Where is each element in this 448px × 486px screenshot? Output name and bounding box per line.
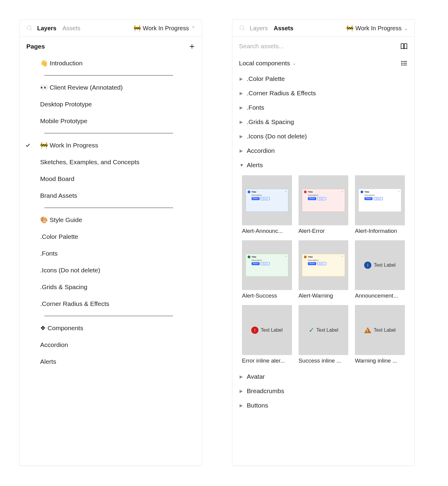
list-view-toggle-icon[interactable] xyxy=(401,60,408,67)
svg-point-11 xyxy=(402,65,402,65)
page-item[interactable]: .Icons (Do not delete) xyxy=(28,262,193,279)
caret-right-icon: ▶ xyxy=(240,105,244,110)
page-item[interactable]: 🎨 Style Guide xyxy=(28,212,193,228)
assets-panel: Layers Assets 🚧 Work In Progress ⌄ Local… xyxy=(232,19,415,466)
component-folder[interactable]: ▼Alerts xyxy=(235,158,411,172)
component-folder[interactable]: ▶.Fonts xyxy=(235,100,411,115)
component-folder[interactable]: ▶Accordion xyxy=(235,144,411,158)
page-item[interactable]: Alerts xyxy=(28,353,193,370)
page-label: Desktop Prototype xyxy=(34,101,92,108)
thumbnail-preview: iText Label xyxy=(355,240,405,290)
caret-right-icon: ▶ xyxy=(240,91,244,96)
page-label: Mobile Prototype xyxy=(34,117,87,125)
component-folder[interactable]: ▶.Grids & Spacing xyxy=(235,115,411,129)
page-divider xyxy=(44,316,173,316)
component-thumbnail[interactable]: iText LabelAnnouncement... xyxy=(355,240,405,299)
component-thumbnail[interactable]: !Text LabelError inline aler... xyxy=(242,305,292,364)
chevron-down-icon: ⌄ xyxy=(404,25,408,31)
pages-section-header: Pages xyxy=(20,37,202,53)
component-folders: ▶.Color Palette▶.Corner Radius & Effects… xyxy=(232,70,414,414)
thumbnail-preview: !Text Label xyxy=(242,305,292,355)
component-thumbnails: TitleDescriptionButtonButton×Alert-Annou… xyxy=(235,172,411,369)
thumbnail-label: Alert-Information xyxy=(355,228,405,234)
thumbnail-preview: TitleDescriptionButtonButton× xyxy=(355,175,405,225)
component-thumbnail[interactable]: TitleDescriptionButtonButton×Alert-Succe… xyxy=(242,240,292,299)
svg-point-10 xyxy=(402,63,402,64)
page-item[interactable]: Sketches, Examples, and Concepts xyxy=(28,154,193,170)
component-folder[interactable]: ▶Buttons xyxy=(235,398,411,413)
page-dropdown-label: 🚧 Work In Progress xyxy=(346,25,402,32)
search-icon[interactable] xyxy=(26,25,33,31)
folder-label: Accordion xyxy=(247,147,275,154)
thumbnail-label: Alert-Error xyxy=(299,228,349,234)
page-item[interactable]: Brand Assets xyxy=(28,187,193,204)
page-label: .Grids & Spacing xyxy=(34,283,87,291)
page-item[interactable]: Desktop Prototype xyxy=(28,96,193,113)
tab-layers[interactable]: Layers xyxy=(250,25,268,32)
page-dropdown[interactable]: 🚧 Work In Progress ⌄ xyxy=(346,25,408,32)
svg-line-5 xyxy=(243,29,245,31)
page-item[interactable]: .Corner Radius & Effects xyxy=(28,295,193,312)
folder-label: .Color Palette xyxy=(247,75,285,82)
page-item[interactable]: .Grids & Spacing xyxy=(28,279,193,295)
component-thumbnail[interactable]: TitleDescriptionButtonButton×Alert-Error xyxy=(299,175,349,234)
page-item[interactable]: .Color Palette xyxy=(28,228,193,245)
thumbnail-label: Success inline ... xyxy=(299,357,349,364)
page-divider xyxy=(44,133,173,133)
folder-label: Avatar xyxy=(247,373,265,380)
caret-right-icon: ▶ xyxy=(240,389,244,393)
add-page-button[interactable] xyxy=(189,43,195,50)
component-folder[interactable]: ▶.Icons (Do not delete) xyxy=(235,129,411,144)
component-folder[interactable]: ▶.Color Palette xyxy=(235,72,411,86)
component-thumbnail[interactable]: !Text LabelWarning inline ... xyxy=(355,305,405,364)
search-assets-input[interactable] xyxy=(239,43,396,50)
tab-assets[interactable]: Assets xyxy=(63,25,81,32)
chevron-down-icon: ⌄ xyxy=(292,61,296,66)
page-item[interactable]: Accordion xyxy=(28,336,193,353)
page-item[interactable]: ❖ Components xyxy=(28,320,193,336)
page-dropdown-label: 🚧 Work In Progress xyxy=(134,25,189,32)
page-item[interactable]: 🚧 Work In Progress xyxy=(28,137,193,154)
tab-layers[interactable]: Layers xyxy=(37,25,57,32)
page-item[interactable]: 👀 Client Review (Annotated) xyxy=(28,79,193,96)
chevron-up-icon: ⌃ xyxy=(191,25,195,31)
library-icon[interactable] xyxy=(400,42,408,50)
thumbnail-label: Alert-Warning xyxy=(299,292,349,299)
folder-label: Buttons xyxy=(247,402,268,409)
component-folder[interactable]: ▶Breadcrumbs xyxy=(235,384,411,398)
component-thumbnail[interactable]: TitleDescriptionButtonButton×Alert-Infor… xyxy=(355,175,405,234)
folder-label: .Fonts xyxy=(247,104,264,111)
component-thumbnail[interactable]: TitleDescriptionButtonButton×Alert-Annou… xyxy=(242,175,292,234)
caret-right-icon: ▶ xyxy=(240,134,244,139)
page-item[interactable]: Mood Board xyxy=(28,170,193,187)
caret-right-icon: ▶ xyxy=(240,148,244,153)
search-icon[interactable] xyxy=(239,25,246,31)
thumbnail-preview: TitleDescriptionButtonButton× xyxy=(242,175,292,225)
component-folder[interactable]: ▶Avatar xyxy=(235,369,411,384)
page-label: .Fonts xyxy=(34,250,57,257)
page-label: .Color Palette xyxy=(34,233,78,240)
component-thumbnail[interactable]: ✓Text LabelSuccess inline ... xyxy=(299,305,349,364)
page-label: 🎨 Style Guide xyxy=(34,216,82,224)
component-folder[interactable]: ▶.Corner Radius & Effects xyxy=(235,86,411,100)
folder-label: .Corner Radius & Effects xyxy=(247,90,316,97)
page-item[interactable]: Mobile Prototype xyxy=(28,113,193,129)
thumbnail-preview: ✓Text Label xyxy=(299,305,349,355)
component-thumbnail[interactable]: TitleDescriptionButtonButton×Alert-Warni… xyxy=(299,240,349,299)
page-label: ❖ Components xyxy=(34,324,83,332)
check-icon xyxy=(25,143,34,148)
local-components-label: Local components xyxy=(239,60,290,67)
page-item[interactable]: 👋 Introduction xyxy=(28,55,193,72)
assets-search-row xyxy=(232,37,414,55)
caret-right-icon: ▶ xyxy=(240,374,244,379)
page-label: .Corner Radius & Effects xyxy=(34,300,109,307)
thumbnail-label: Alert-Success xyxy=(242,292,292,299)
page-label: Sketches, Examples, and Concepts xyxy=(34,159,140,166)
thumbnail-preview: TitleDescriptionButtonButton× xyxy=(299,175,349,225)
folder-label: Alerts xyxy=(247,162,263,169)
local-components-dropdown[interactable]: Local components ⌄ xyxy=(239,60,296,67)
tab-assets[interactable]: Assets xyxy=(274,25,293,32)
caret-right-icon: ▶ xyxy=(240,403,244,408)
page-item[interactable]: .Fonts xyxy=(28,245,193,262)
page-dropdown[interactable]: 🚧 Work In Progress ⌃ xyxy=(134,25,195,32)
